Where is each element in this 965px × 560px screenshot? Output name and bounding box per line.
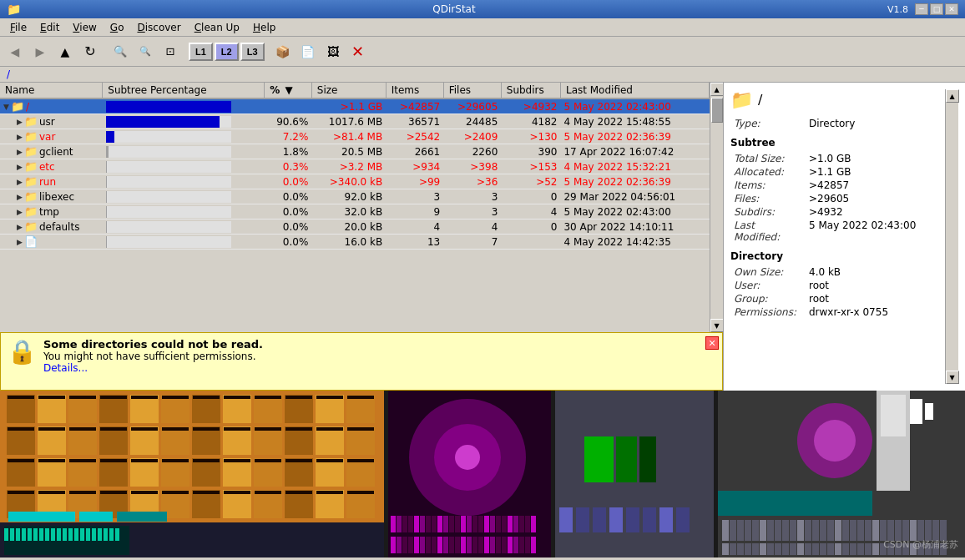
cell-pct: 0.3% bbox=[265, 159, 312, 174]
file-table: Name Subtree Percentage % ▼ Size Items F… bbox=[0, 83, 710, 250]
table-row[interactable]: ▶📁usr90.6%1017.6 MB365712448541824 May 2… bbox=[0, 114, 710, 129]
cell-pct: 7.2% bbox=[265, 129, 312, 144]
expand-arrow-icon[interactable]: ▶ bbox=[17, 238, 23, 246]
menu-discover[interactable]: Discover bbox=[130, 20, 187, 35]
cell-name: ▶📁libexec bbox=[0, 189, 103, 204]
cell-name: ▶📁defaults bbox=[0, 219, 103, 235]
zoom-reset-button[interactable]: ⊡ bbox=[159, 40, 182, 63]
refresh-icon: ↻ bbox=[84, 43, 95, 59]
details-scroll-down[interactable]: ▼ bbox=[946, 371, 959, 384]
warning-details-link[interactable]: Details... bbox=[43, 362, 88, 374]
delete-button[interactable]: ✕ bbox=[346, 40, 370, 63]
table-row[interactable]: ▶📁etc0.3%>3.2 MB>934>398>1534 May 2022 1… bbox=[0, 159, 710, 174]
col-header-files[interactable]: Files bbox=[443, 83, 501, 98]
menubar: File Edit View Go Discover Clean Up Help bbox=[0, 18, 965, 37]
items-label: Items: bbox=[730, 179, 806, 192]
warning-text: Some directories could not be read. You … bbox=[43, 338, 263, 374]
cell-pct: 0.0% bbox=[265, 189, 312, 204]
menu-view[interactable]: View bbox=[66, 20, 103, 35]
scroll-thumb[interactable] bbox=[711, 98, 723, 123]
scroll-up-button[interactable]: ▲ bbox=[710, 83, 724, 96]
folder-icon: 📁 bbox=[24, 190, 38, 203]
expand-arrow-icon[interactable]: ▼ bbox=[3, 103, 9, 111]
expand-arrow-icon[interactable]: ▶ bbox=[17, 118, 23, 126]
row-name: usr bbox=[39, 116, 55, 128]
level3-button[interactable]: L3 bbox=[240, 43, 265, 61]
zoom-out-button[interactable]: 🔍 bbox=[134, 40, 157, 63]
cell-bar bbox=[103, 219, 265, 235]
menu-cleanup[interactable]: Clean Up bbox=[188, 20, 246, 35]
up-icon: ▲ bbox=[61, 45, 70, 58]
expand-arrow-icon[interactable]: ▶ bbox=[17, 178, 23, 186]
col-header-bar[interactable]: Subtree Percentage bbox=[103, 83, 265, 98]
table-row[interactable]: ▶📁defaults0.0%20.0 kB44030 Apr 2022 14:1… bbox=[0, 219, 710, 235]
pkg-button[interactable]: 📦 bbox=[271, 40, 295, 63]
details-scroll-up[interactable]: ▲ bbox=[946, 89, 959, 103]
bar-fill bbox=[106, 161, 108, 173]
row-name: gclient bbox=[39, 146, 73, 158]
img-button[interactable]: 🖼 bbox=[321, 40, 345, 63]
table-row[interactable]: ▶📄0.0%16.0 kB1374 May 2022 14:42:35 bbox=[0, 235, 710, 250]
table-row[interactable]: ▼📁/>1.1 GB>42857>29605>49325 May 2022 02… bbox=[0, 98, 710, 114]
col-header-pct[interactable]: % ▼ bbox=[265, 83, 312, 98]
col-header-items[interactable]: Items bbox=[386, 83, 443, 98]
tree-scrollbar[interactable]: ▲ ▼ bbox=[710, 83, 723, 332]
level1-button[interactable]: L1 bbox=[189, 43, 213, 61]
zoom-in-button[interactable]: 🔍 bbox=[109, 40, 132, 63]
expand-arrow-icon[interactable]: ▶ bbox=[17, 223, 23, 231]
app-title: QDirStat bbox=[21, 3, 887, 15]
breadcrumb-link[interactable]: / bbox=[7, 68, 10, 80]
cell-pct: 0.0% bbox=[265, 219, 312, 235]
col-header-size[interactable]: Size bbox=[311, 83, 386, 98]
scroll-down-button[interactable]: ▼ bbox=[710, 319, 724, 332]
details-path: / bbox=[758, 92, 762, 108]
expand-arrow-icon[interactable]: ▶ bbox=[17, 133, 23, 141]
col-header-subdirs[interactable]: Subdirs bbox=[501, 83, 560, 98]
close-button[interactable]: ✕ bbox=[945, 3, 958, 15]
col-header-modified[interactable]: Last Modified bbox=[560, 83, 709, 98]
minimize-button[interactable]: ─ bbox=[915, 3, 928, 15]
cell-size: 20.5 MB bbox=[311, 144, 386, 159]
bar-fill bbox=[106, 206, 108, 218]
expand-arrow-icon[interactable]: ▶ bbox=[17, 208, 23, 216]
menu-edit[interactable]: Edit bbox=[33, 20, 66, 35]
menu-help[interactable]: Help bbox=[246, 20, 282, 35]
toolbar: ◀ ▶ ▲ ↻ 🔍 🔍 ⊡ L1 L2 L3 📦 📄 🖼 ✕ bbox=[0, 37, 965, 67]
menu-go[interactable]: Go bbox=[104, 20, 131, 35]
folder-icon: 📁 bbox=[24, 160, 38, 173]
table-row[interactable]: ▶📁gclient1.8%20.5 MB2661226039017 Apr 20… bbox=[0, 144, 710, 159]
cell-subdirs: 390 bbox=[501, 144, 560, 159]
up-button[interactable]: ▲ bbox=[53, 40, 77, 63]
expand-arrow-icon[interactable]: ▶ bbox=[17, 163, 23, 171]
table-row[interactable]: ▶📁tmp0.0%32.0 kB9345 May 2022 02:43:00 bbox=[0, 204, 710, 219]
refresh-button[interactable]: ↻ bbox=[78, 40, 102, 63]
warning-close-button[interactable]: ✕ bbox=[705, 336, 719, 350]
delete-icon: ✕ bbox=[351, 43, 364, 60]
cell-subdirs: 0 bbox=[501, 219, 560, 235]
file-button[interactable]: 📄 bbox=[296, 40, 320, 63]
menu-file[interactable]: File bbox=[3, 20, 33, 35]
left-panel: Name Subtree Percentage % ▼ Size Items F… bbox=[0, 83, 723, 391]
back-button[interactable]: ◀ bbox=[3, 40, 27, 63]
cell-size: >3.2 MB bbox=[311, 159, 386, 174]
directory-heading: Directory bbox=[730, 250, 945, 262]
folder-icon: 📁 bbox=[11, 100, 24, 113]
cell-modified: 30 Apr 2022 14:10:11 bbox=[560, 219, 709, 235]
col-header-name[interactable]: Name bbox=[0, 83, 103, 98]
cell-bar bbox=[103, 98, 265, 114]
forward-button[interactable]: ▶ bbox=[28, 40, 52, 63]
cell-files: 3 bbox=[443, 189, 501, 204]
window-controls: ─ □ ✕ bbox=[915, 3, 958, 15]
folder-icon: 📁 bbox=[24, 205, 38, 218]
table-row[interactable]: ▶📁var7.2%>81.4 MB>2542>2409>1305 May 202… bbox=[0, 129, 710, 144]
level2-button[interactable]: L2 bbox=[215, 43, 239, 61]
group-value: root bbox=[806, 292, 945, 305]
watermark: CSDN @杨浦老苏 bbox=[883, 538, 958, 551]
expand-arrow-icon[interactable]: ▶ bbox=[17, 193, 23, 201]
expand-arrow-icon[interactable]: ▶ bbox=[17, 148, 23, 156]
cell-size: >1.1 GB bbox=[311, 98, 386, 114]
lock-icon: 🔒 bbox=[8, 338, 37, 366]
table-row[interactable]: ▶📁libexec0.0%92.0 kB33029 Mar 2022 04:56… bbox=[0, 189, 710, 204]
maximize-button[interactable]: □ bbox=[930, 3, 943, 15]
table-row[interactable]: ▶📁run0.0%>340.0 kB>99>36>525 May 2022 02… bbox=[0, 174, 710, 189]
